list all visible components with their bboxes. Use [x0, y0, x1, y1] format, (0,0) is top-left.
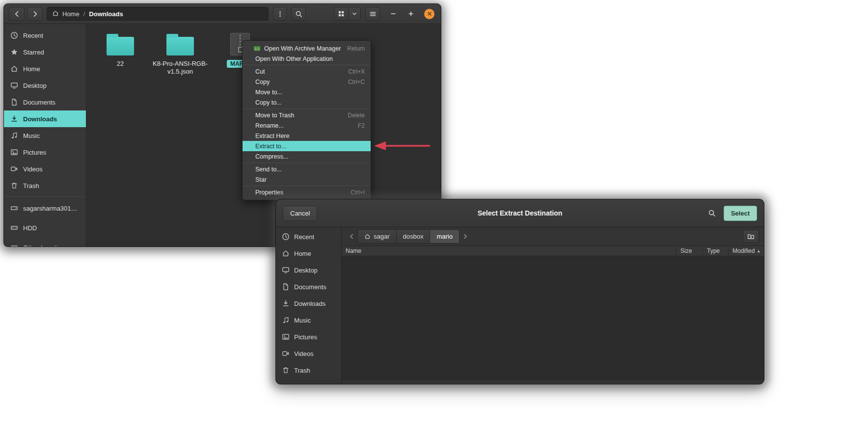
- dialog-search-button[interactable]: [704, 206, 720, 220]
- close-button[interactable]: [424, 9, 434, 19]
- download-icon: [282, 300, 290, 307]
- menu-item-copy[interactable]: CopyCtrl+C: [243, 77, 371, 87]
- menu-item-label: Copy to...: [255, 99, 282, 106]
- path-segment-label: mario: [436, 233, 453, 240]
- trash-icon: [10, 182, 18, 190]
- dialog-sidebar-item-recent[interactable]: Recent: [276, 228, 341, 245]
- menu-item-copy-to[interactable]: Copy to...: [243, 97, 371, 108]
- menu-item-move-to[interactable]: Move to...: [243, 87, 371, 97]
- menu-item-label: Cut: [255, 68, 265, 75]
- column-header-name[interactable]: Name: [342, 246, 676, 256]
- video-icon: [282, 350, 290, 357]
- select-button[interactable]: Select: [724, 206, 757, 221]
- sidebar-item-label: Recent: [23, 32, 43, 39]
- more-options-button[interactable]: [273, 7, 287, 21]
- column-header-size[interactable]: Size: [676, 246, 703, 256]
- dialog-sidebar-item-documents[interactable]: Documents: [276, 278, 341, 295]
- chevron-right-icon: [31, 10, 39, 18]
- maximize-button[interactable]: [407, 9, 415, 18]
- column-header-type[interactable]: Type: [703, 246, 728, 256]
- sidebar-item-recent[interactable]: Recent: [4, 27, 86, 44]
- sidebar-item-label: Starred: [23, 49, 44, 56]
- dialog-sidebar-item-trash[interactable]: Trash: [276, 362, 341, 379]
- menu-item-rename[interactable]: Rename...F2: [243, 120, 371, 131]
- menu-item-properties[interactable]: PropertiesCtrl+I: [243, 187, 371, 197]
- trash-icon: [282, 366, 290, 374]
- path-scroll-left-button[interactable]: [347, 230, 356, 243]
- sidebar-item-hdd[interactable]: HDD: [4, 218, 86, 238]
- menu-item-shortcut: Return: [347, 45, 365, 52]
- dialog-sidebar-item-label: Documents: [294, 283, 326, 291]
- menu-item-open-with-archive-manager[interactable]: Open With Archive ManagerReturn: [243, 43, 371, 54]
- forward-button[interactable]: [27, 7, 43, 21]
- grid-view-button[interactable]: [334, 7, 349, 21]
- search-icon: [708, 209, 716, 217]
- path-scroll-right-button[interactable]: [461, 230, 470, 243]
- dialog-sidebar-item-downloads[interactable]: Downloads: [276, 295, 341, 312]
- sidebar-item-desktop[interactable]: Desktop: [4, 77, 86, 94]
- new-folder-button[interactable]: [743, 230, 759, 243]
- sidebar-item-downloads[interactable]: Downloads: [4, 110, 86, 127]
- menu-item-label: Star: [255, 176, 267, 183]
- menu-item-move-to-trash[interactable]: Move to TrashDelete: [243, 110, 371, 120]
- sidebar-item-trash[interactable]: Trash: [4, 177, 86, 194]
- dialog-sidebar-item-label: Downloads: [294, 300, 326, 307]
- cancel-button[interactable]: Cancel: [283, 206, 317, 221]
- dialog-title: Select Extract Destination: [276, 209, 764, 217]
- sidebar-item-label: Trash: [23, 182, 39, 190]
- breadcrumb-home[interactable]: Home: [52, 10, 80, 18]
- path-segment-dosbox[interactable]: dosbox: [396, 229, 431, 244]
- dialog-sidebar-item-videos[interactable]: Videos: [276, 345, 341, 362]
- dialog-body: RecentHomeDesktopDocumentsDownloadsMusic…: [276, 227, 764, 384]
- sidebar-item-label: HDD: [23, 224, 37, 232]
- menu-separator: [243, 65, 370, 65]
- menu-item-extract-to[interactable]: Extract to...: [243, 141, 371, 151]
- menu-item-cut[interactable]: CutCtrl+X: [243, 66, 371, 77]
- breadcrumb-current[interactable]: Downloads: [89, 10, 123, 18]
- menu-item-star[interactable]: Star: [243, 174, 371, 185]
- menu-item-open-with-other-application[interactable]: Open With Other Application: [243, 54, 371, 64]
- dialog-headerbar: Select Extract Destination Cancel Select: [276, 199, 764, 227]
- file-item-k8-pro-ansi-rgb-v1-5-json[interactable]: K8-Pro-ANSI-RGB-v1.5.json: [151, 31, 209, 75]
- dialog-sidebar-item-label: Home: [294, 250, 311, 257]
- dialog-file-list-empty[interactable]: [342, 256, 764, 381]
- menu-item-send-to[interactable]: Send to...: [243, 164, 371, 174]
- home-icon: [52, 10, 59, 17]
- sidebar-item-pictures[interactable]: Pictures: [4, 144, 86, 161]
- dialog-sidebar-item-music[interactable]: Music: [276, 312, 341, 328]
- dialog-sidebar-item-desktop[interactable]: Desktop: [276, 262, 341, 278]
- path-segment-sagar[interactable]: sagar: [357, 229, 397, 244]
- sidebar-item-other-locations[interactable]: Other Locations: [4, 238, 86, 246]
- path-bar[interactable]: Home / Downloads: [47, 7, 269, 21]
- sidebar-item-label: sagarsharma3012200...: [23, 205, 80, 212]
- sidebar-item-sagarsharma3012200[interactable]: sagarsharma3012200...: [4, 198, 86, 218]
- file-item-22[interactable]: 22: [91, 31, 149, 68]
- menu-item-shortcut: F2: [358, 122, 365, 129]
- path-segment-label: sagar: [374, 233, 390, 240]
- menu-item-label: Extract Here: [255, 133, 289, 139]
- dialog-sidebar-item-pictures[interactable]: Pictures: [276, 328, 341, 345]
- minimize-button[interactable]: [389, 9, 398, 18]
- sort-ascending-icon: ▲: [757, 249, 760, 253]
- dialog-sidebar-item-home[interactable]: Home: [276, 245, 341, 262]
- sidebar-item-videos[interactable]: Videos: [4, 161, 86, 177]
- breadcrumb-home-label: Home: [62, 10, 80, 18]
- menu-item-extract-here[interactable]: Extract Here: [243, 131, 371, 141]
- sidebar-item-documents[interactable]: Documents: [4, 94, 86, 110]
- sidebar-item-music[interactable]: Music: [4, 127, 86, 144]
- sidebar-item-home[interactable]: Home: [4, 60, 86, 77]
- dialog-main-pane: sagardosboxmario NameSizeTypeModified▲: [342, 227, 764, 384]
- sidebar-item-label: Desktop: [23, 82, 47, 89]
- music-icon: [282, 316, 290, 324]
- app-menu-button[interactable]: [365, 7, 380, 21]
- home-icon: [282, 249, 290, 257]
- path-segment-mario[interactable]: mario: [430, 229, 460, 244]
- view-options-dropdown[interactable]: [348, 7, 361, 21]
- download-icon: [10, 115, 18, 123]
- sidebar-item-starred[interactable]: Starred: [4, 44, 86, 60]
- menu-item-compress[interactable]: Compress...: [243, 151, 371, 162]
- back-button[interactable]: [9, 7, 25, 21]
- search-button[interactable]: [291, 7, 306, 21]
- search-icon: [295, 10, 302, 18]
- column-header-modified[interactable]: Modified▲: [728, 246, 764, 256]
